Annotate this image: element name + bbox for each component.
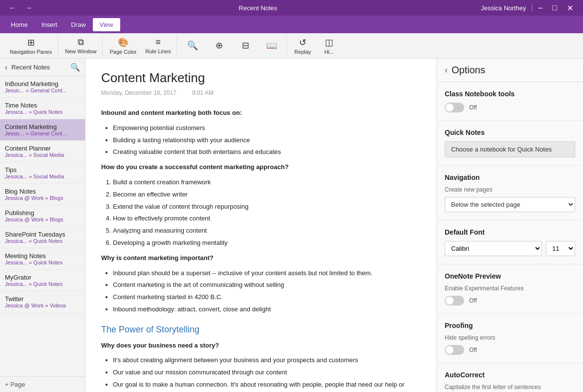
sidebar-item-sub: Jessica @ Work » Blogs (5, 217, 80, 222)
page-content: Inbound and content marketing both focus… (101, 108, 421, 392)
sidebar-item-title: Meeting Notes (5, 252, 80, 260)
reading-view-button[interactable]: 📖 (259, 35, 284, 57)
title-bar: ← → Recent Notes Jessica Northey – □ ✕ (0, 0, 583, 16)
choose-notebook-button[interactable]: Choose a notebook for Quick Notes (445, 141, 575, 157)
rule-lines-button[interactable]: ≡ Rule Lines (141, 35, 174, 57)
sidebar-item-content-marketing[interactable]: Content Marketing Jessic... » General Co… (0, 119, 85, 141)
sidebar-item-title: Content Marketing (5, 123, 80, 131)
list-item: Inbound plan should be a superset -- inc… (113, 268, 421, 279)
page-title: Content Marketing (101, 70, 421, 86)
hide-label: Hi... (324, 49, 334, 55)
minimize-button[interactable]: – (534, 2, 546, 14)
zoom-in-button[interactable]: ⊕ (206, 35, 232, 57)
sidebar-item-sub: Jessica... » Quick Notes (5, 260, 80, 265)
fit-page-icon: ⊟ (242, 40, 249, 51)
class-notebook-toggle[interactable] (445, 103, 464, 112)
proofing-toggle[interactable] (445, 345, 464, 355)
back-button[interactable]: ← (6, 2, 19, 14)
onenote-preview-title: OneNote Preview (445, 272, 575, 280)
zoom-out-icon: 🔍 (187, 40, 198, 51)
sidebar-item-sharepoint[interactable]: SharePoint Tuesdays Jessica... » Quick N… (0, 227, 85, 248)
sidebar-back-button[interactable]: ‹ (4, 62, 8, 73)
fit-page-button[interactable]: ⊟ (233, 35, 258, 57)
sidebar-item-meeting-notes[interactable]: Meeting Notes Jessica... » Quick Notes (0, 248, 85, 270)
onenote-preview-toggle[interactable] (445, 296, 464, 305)
sidebar-item-sub: Jessica @ Work » Videos (5, 303, 80, 308)
font-size-select[interactable]: 891011121416 (546, 241, 575, 256)
sidebar-item-inbound-marketing[interactable]: InBound Marketing Jessic... » General Co… (0, 76, 85, 98)
replay-label: Replay (294, 49, 311, 55)
toolbar-group-zoom: 🔍 ⊕ ⊟ 📖 (178, 35, 287, 57)
sidebar-header: ‹ Recent Notes 🔍 (0, 59, 85, 76)
sidebar-item-sub: Jessica... » Quick Notes (5, 109, 80, 115)
list-item: Analyzing and measuring content (113, 226, 421, 236)
content-list-4: It's about creating alignment between yo… (113, 355, 421, 392)
user-info: Jessica Northey (481, 4, 534, 12)
sidebar: ‹ Recent Notes 🔍 InBound Marketing Jessi… (0, 59, 86, 392)
sidebar-header-left: ‹ Recent Notes (4, 62, 50, 73)
navigation-panes-button[interactable]: ⊞ Navigation Panes (6, 35, 56, 57)
font-row: CalibriArialTimes New RomanSegoe UI 8910… (445, 241, 575, 256)
replay-button[interactable]: ↺ Replay (290, 35, 315, 57)
menu-view[interactable]: View (93, 18, 120, 31)
options-section-default-font: Default Font CalibriArialTimes New Roman… (437, 220, 583, 264)
sidebar-list: InBound Marketing Jessic... » General Co… (0, 76, 85, 376)
menu-bar: Home Insert Draw View (0, 16, 583, 33)
sidebar-item-twitter[interactable]: Twitter Jessica @ Work » Videos (0, 291, 85, 313)
forward-button[interactable]: → (22, 2, 35, 14)
toolbar-group-page: 🎨 Page Color ≡ Rule Lines (104, 35, 177, 57)
proofing-toggle-row: Off (445, 345, 575, 355)
menu-draw[interactable]: Draw (64, 18, 92, 31)
options-header: ‹ Options (437, 59, 583, 82)
navigation-panes-label: Navigation Panes (10, 49, 52, 55)
page-color-icon: 🎨 (118, 37, 129, 48)
add-page-button[interactable]: + Page (0, 376, 85, 392)
title-bar-navigation: ← → (6, 2, 35, 14)
maximize-button[interactable]: □ (548, 2, 561, 14)
sidebar-item-sub: Jessica... » Social Media (5, 174, 80, 179)
sidebar-item-sub: Jessic... » General Cont... (5, 131, 80, 136)
sidebar-search-button[interactable]: 🔍 (69, 62, 81, 73)
sidebar-item-title: Publishing (5, 209, 80, 217)
sidebar-item-time-notes[interactable]: Time Notes Jessica... » Quick Notes (0, 98, 85, 119)
app-title: Recent Notes (35, 4, 481, 12)
onenote-preview-toggle-row: Off (445, 296, 575, 305)
options-section-navigation: Navigation Create new pages Below the se… (437, 166, 583, 220)
options-section-proofing: Proofing Hide spelling errors Off (437, 314, 583, 363)
sidebar-item-tips[interactable]: Tips Jessica... » Social Media (0, 162, 85, 184)
sidebar-item-blog-notes[interactable]: Blog Notes Jessica @ Work » Blogs (0, 184, 85, 205)
options-back-button[interactable]: ‹ (445, 65, 448, 75)
sidebar-item-title: SharePoint Tuesdays (5, 231, 80, 238)
sidebar-title: Recent Notes (11, 64, 50, 71)
content-heading: The Power of Storytelling (101, 323, 421, 337)
list-item: It's about creating alignment between yo… (113, 355, 421, 366)
sidebar-item-sub: Jessica @ Work » Blogs (5, 195, 80, 201)
sidebar-item-content-planner[interactable]: Content Planner Jessica... » Social Medi… (0, 141, 85, 162)
hide-button[interactable]: ◫ Hi... (316, 35, 342, 57)
list-item: Empowering potential customers (113, 123, 421, 133)
close-button[interactable]: ✕ (563, 2, 577, 14)
navigation-sub: Create new pages (445, 186, 575, 193)
sidebar-item-title: Time Notes (5, 102, 80, 109)
page-color-label: Page Color (109, 49, 136, 55)
page-color-button[interactable]: 🎨 Page Color (106, 35, 140, 57)
toolbar-group-view: ⊞ Navigation Panes (4, 35, 58, 57)
zoom-out-button[interactable]: 🔍 (180, 35, 205, 57)
new-window-button[interactable]: ⧉ New Window (61, 35, 100, 57)
list-item: Become an effective writer (113, 190, 421, 200)
navigation-dropdown[interactable]: Below the selected pageAt end of section (445, 197, 575, 212)
menu-insert[interactable]: Insert (35, 18, 65, 31)
sidebar-item-sub: Jessic... » General Cont... (5, 87, 80, 93)
sidebar-item-title: Blog Notes (5, 188, 80, 195)
zoom-in-icon: ⊕ (216, 40, 223, 51)
username: Jessica Northey (481, 4, 526, 12)
autocorrect-sub: Capitalize the first letter of sentences (445, 384, 575, 391)
onenote-preview-toggle-label: Off (469, 297, 477, 304)
list-item: Building a lasting relationship with you… (113, 135, 421, 146)
navigation-panes-icon: ⊞ (27, 37, 35, 48)
menu-home[interactable]: Home (4, 18, 35, 31)
sidebar-item-mygrator[interactable]: MyGrator Jessica... » Quick Notes (0, 270, 85, 291)
main-layout: ‹ Recent Notes 🔍 InBound Marketing Jessi… (0, 59, 583, 392)
font-family-select[interactable]: CalibriArialTimes New RomanSegoe UI (445, 241, 542, 256)
sidebar-item-publishing[interactable]: Publishing Jessica @ Work » Blogs (0, 205, 85, 227)
